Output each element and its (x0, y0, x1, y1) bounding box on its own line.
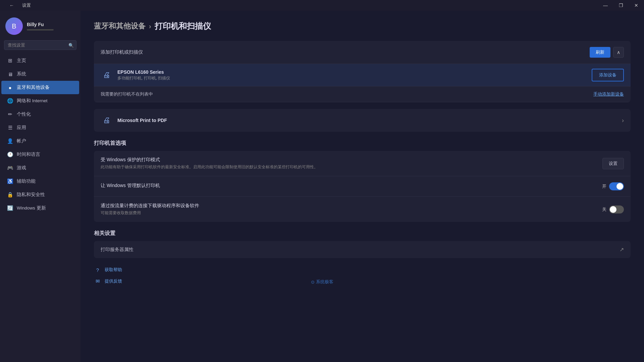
back-icon: ← (9, 3, 14, 8)
add-printer-actions: 刷新 ∧ (590, 47, 624, 58)
breadcrumb-parent[interactable]: 蓝牙和其他设备 (94, 21, 146, 31)
manage-default-toggle[interactable] (609, 182, 624, 190)
sidebar-item-label-bluetooth: 蓝牙和其他设备 (17, 84, 50, 90)
related-section-title: 相关设置 (94, 230, 631, 237)
sidebar-item-label-network: 网络和 Internet (17, 98, 48, 104)
add-printer-label: 添加打印机或扫描仪 (101, 49, 143, 55)
epson-device-row: 🖨 EPSON L6160 Series 多功能打印机, 打印机, 扫描仪 添加… (94, 64, 631, 86)
printer-options-section: 受 Windows 保护的打印模式 此功能有助于确保采用打印机软件的最新安全标准… (94, 151, 631, 222)
ms-print-name: Microsoft Print to PDF (117, 118, 622, 123)
settings-button[interactable]: 设置 (602, 158, 624, 169)
accounts-icon: 👤 (7, 138, 13, 144)
add-printer-section: 添加打印机或扫描仪 刷新 ∧ 🖨 EPSON L6160 Series 多功能打… (94, 41, 631, 102)
sidebar-item-personalization[interactable]: ✏ 个性化 (1, 108, 79, 121)
manage-default-row: 让 Windows 管理默认打印机 开 (94, 176, 631, 197)
personalization-icon: ✏ (7, 111, 13, 118)
sidebar-item-label-time: 时间和语言 (17, 152, 40, 158)
window-controls: — ❐ ✕ (598, 0, 644, 11)
sidebar-item-bluetooth[interactable]: ● 蓝牙和其他设备 (1, 81, 79, 94)
sidebar-item-network[interactable]: 🌐 网络和 Internet (1, 94, 79, 108)
accessibility-icon: ♿ (7, 178, 13, 185)
print-server-label: 打印服务器属性 (101, 247, 133, 253)
breadcrumb-separator: › (149, 22, 151, 30)
main-content: 蓝牙和其他设备 › 打印机和扫描仪 添加打印机或扫描仪 刷新 ∧ 🖨 EPSON… (80, 11, 644, 362)
sidebar-item-label-accessibility: 辅助功能 (17, 178, 36, 184)
update-icon: 🔄 (7, 205, 13, 212)
sidebar-item-accessibility[interactable]: ♿ 辅助功能 (1, 175, 79, 188)
bottom-links: ? 获取帮助 ✉ 提供反馈 (94, 266, 631, 285)
related-row[interactable]: 打印服务器属性 ↗ (94, 241, 631, 258)
sidebar: B Billy Fu 🔍 ⊞ 主页 🖥 系统 ● 蓝牙和其他设备 (0, 11, 80, 362)
ms-print-info: Microsoft Print to PDF (117, 118, 622, 123)
ms-print-section: 🖨 Microsoft Print to PDF › (94, 109, 631, 132)
not-listed-row: 我需要的打印机不在列表中 手动添加新设备 (94, 86, 631, 102)
breadcrumb: 蓝牙和其他设备 › 打印机和扫描仪 (94, 21, 631, 32)
not-listed-label: 我需要的打印机不在列表中 (101, 91, 153, 97)
manage-default-status: 开 (602, 183, 606, 189)
printer-icon: 🖨 (101, 69, 113, 81)
sidebar-item-home[interactable]: ⊞ 主页 (1, 54, 79, 67)
help-label: 获取帮助 (105, 267, 122, 273)
protected-mode-info: 受 Windows 保护的打印模式 此功能有助于确保采用打印机软件的最新安全标准… (101, 157, 602, 170)
home-icon: ⊞ (7, 57, 13, 64)
back-button[interactable]: ← (4, 0, 19, 11)
avatar: B (5, 17, 23, 35)
sidebar-item-label-home: 主页 (17, 58, 26, 64)
sidebar-nav: ⊞ 主页 🖥 系统 ● 蓝牙和其他设备 🌐 网络和 Internet ✏ 个性化… (0, 54, 80, 215)
metered-toggle-wrap: 关 (602, 205, 624, 214)
manage-default-title: 让 Windows 管理默认打印机 (101, 183, 602, 189)
privacy-icon: 🔒 (7, 191, 13, 198)
add-device-button[interactable]: 添加设备 (592, 69, 624, 81)
sidebar-item-gaming[interactable]: 🎮 游戏 (1, 161, 79, 175)
metered-title: 通过按流量计费的连接下载驱动程序和设备软件 (101, 203, 602, 209)
search-input[interactable] (4, 40, 76, 50)
sidebar-item-accounts[interactable]: 👤 帐户 (1, 134, 79, 148)
chevron-up-icon: ∧ (617, 50, 620, 55)
manage-default-info: 让 Windows 管理默认打印机 (101, 183, 602, 190)
epson-device-info: EPSON L6160 Series 多功能打印机, 打印机, 扫描仪 (117, 69, 592, 81)
bluetooth-icon: ● (7, 84, 13, 91)
sidebar-item-time[interactable]: 🕐 时间和语言 (1, 148, 79, 161)
metered-toggle[interactable] (609, 205, 624, 214)
toggle-thumb-metered (610, 206, 616, 213)
protected-mode-desc: 此功能有助于确保采用打印机软件的最新安全标准。启用此功能可能会限制使用旧的默认安… (101, 164, 602, 170)
metered-desc: 可能需要收取数据费用 (101, 210, 602, 216)
user-bar (27, 29, 54, 31)
chevron-right-icon: › (622, 117, 624, 124)
refresh-button[interactable]: 刷新 (590, 47, 610, 58)
sidebar-item-system[interactable]: 🖥 系统 (1, 67, 79, 81)
system-icon: 🖥 (7, 71, 13, 77)
user-info: Billy Fu (27, 22, 54, 31)
sidebar-item-apps[interactable]: ☰ 应用 (1, 121, 79, 134)
feedback-link[interactable]: ✉ 提供反馈 (94, 278, 631, 285)
manage-default-toggle-wrap: 开 (602, 182, 624, 190)
search-icon: 🔍 (68, 43, 74, 48)
user-section: B Billy Fu (0, 11, 80, 40)
ms-print-row[interactable]: 🖨 Microsoft Print to PDF › (94, 109, 631, 132)
protected-mode-title: 受 Windows 保护的打印模式 (101, 157, 602, 163)
search-box: 🔍 (4, 40, 76, 50)
help-link[interactable]: ? 获取帮助 (94, 266, 631, 274)
sidebar-item-update[interactable]: 🔄 Windows 更新 (1, 201, 79, 215)
gaming-icon: 🎮 (7, 165, 13, 171)
close-button[interactable]: ✕ (629, 0, 644, 11)
maximize-button[interactable]: ❐ (613, 0, 629, 11)
collapse-button[interactable]: ∧ (613, 47, 624, 58)
metered-status: 关 (602, 206, 606, 213)
ms-print-icon: 🖨 (101, 114, 113, 126)
manual-add-link[interactable]: 手动添加新设备 (593, 91, 624, 97)
metered-info: 通过按流量计费的连接下载驱动程序和设备软件 可能需要收取数据费用 (101, 203, 602, 216)
time-icon: 🕐 (7, 151, 13, 158)
sidebar-item-label-gaming: 游戏 (17, 165, 26, 171)
protected-mode-row: 受 Windows 保护的打印模式 此功能有助于确保采用打印机软件的最新安全标准… (94, 151, 631, 176)
sidebar-item-label-apps: 应用 (17, 125, 26, 131)
app-title: 设置 (22, 2, 31, 8)
metered-row: 通过按流量计费的连接下载驱动程序和设备软件 可能需要收取数据费用 关 (94, 197, 631, 222)
feedback-label: 提供反馈 (105, 278, 122, 284)
add-printer-row: 添加打印机或扫描仪 刷新 ∧ (94, 41, 631, 64)
epson-device-name: EPSON L6160 Series (117, 69, 592, 75)
sidebar-item-privacy[interactable]: 🔒 隐私和安全性 (1, 188, 79, 201)
toggle-thumb (616, 183, 623, 190)
minimize-button[interactable]: — (598, 0, 613, 11)
feedback-icon: ✉ (94, 278, 101, 285)
